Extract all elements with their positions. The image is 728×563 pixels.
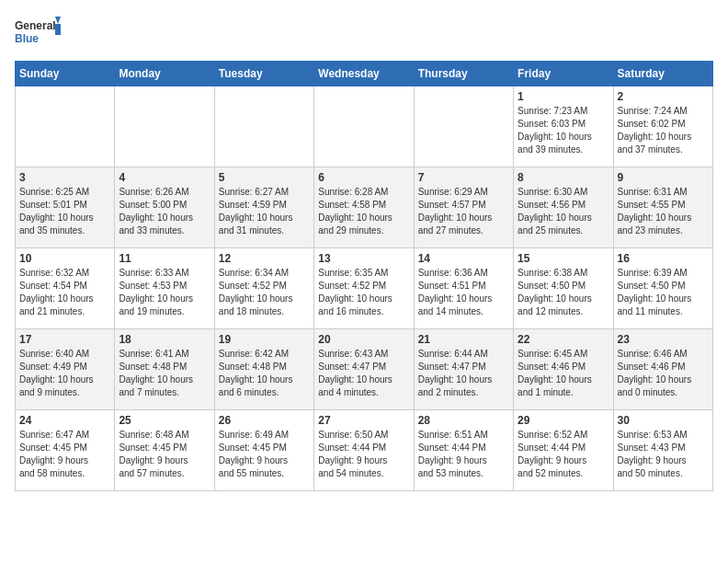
cell-text: Sunrise: 6:44 AM: [418, 348, 509, 361]
day-number: 28: [418, 414, 509, 427]
day-number: 9: [618, 171, 709, 184]
cell-text: Sunrise: 6:33 AM: [119, 267, 210, 280]
day-number: 26: [219, 414, 310, 427]
cell-text: Sunrise: 6:27 AM: [219, 186, 310, 199]
calendar-cell: [16, 86, 115, 167]
cell-text: Daylight: 10 hours: [418, 373, 509, 386]
cell-text: Sunset: 6:03 PM: [518, 118, 609, 131]
cell-text: Sunrise: 6:35 AM: [318, 267, 409, 280]
calendar-cell: 4Sunrise: 6:26 AMSunset: 5:00 PMDaylight…: [115, 167, 214, 248]
cell-text: Daylight: 9 hours: [618, 454, 709, 467]
cell-text: Sunset: 6:02 PM: [618, 118, 709, 131]
day-number: 2: [618, 90, 709, 103]
calendar-cell: [414, 86, 513, 167]
day-number: 15: [518, 252, 609, 265]
cell-text: Sunset: 4:49 PM: [19, 361, 110, 373]
cell-text: Sunrise: 6:49 AM: [219, 429, 310, 442]
day-number: 30: [618, 414, 709, 427]
cell-text: Sunset: 4:50 PM: [518, 280, 609, 293]
cell-text: Sunset: 4:54 PM: [19, 280, 110, 293]
svg-marker-2: [55, 17, 61, 24]
cell-text: Sunrise: 6:30 AM: [518, 186, 609, 199]
day-header: Sunday: [16, 62, 115, 86]
cell-text: and 58 minutes.: [19, 467, 110, 480]
cell-text: and 9 minutes.: [19, 386, 110, 399]
cell-text: Sunrise: 6:36 AM: [418, 267, 509, 280]
cell-text: Daylight: 10 hours: [418, 212, 509, 224]
cell-text: Sunset: 4:59 PM: [219, 199, 310, 212]
cell-text: and 35 minutes.: [19, 224, 110, 237]
day-number: 16: [618, 252, 709, 265]
calendar-cell: 5Sunrise: 6:27 AMSunset: 4:59 PMDaylight…: [214, 167, 313, 248]
calendar-cell: 28Sunrise: 6:51 AMSunset: 4:44 PMDayligh…: [414, 410, 513, 491]
day-number: 1: [518, 90, 609, 103]
cell-text: Sunset: 4:44 PM: [518, 442, 609, 454]
calendar-cell: 16Sunrise: 6:39 AMSunset: 4:50 PMDayligh…: [613, 248, 712, 329]
cell-text: Sunrise: 6:26 AM: [119, 186, 210, 199]
cell-text: and 14 minutes.: [418, 305, 509, 318]
header-row: SundayMondayTuesdayWednesdayThursdayFrid…: [16, 62, 713, 86]
cell-text: Daylight: 10 hours: [318, 293, 409, 305]
cell-text: Daylight: 10 hours: [119, 212, 210, 224]
day-number: 5: [219, 171, 310, 184]
calendar-cell: 23Sunrise: 6:46 AMSunset: 4:46 PMDayligh…: [613, 329, 712, 410]
calendar-cell: 12Sunrise: 6:34 AMSunset: 4:52 PMDayligh…: [214, 248, 313, 329]
calendar-week-row: 3Sunrise: 6:25 AMSunset: 5:01 PMDaylight…: [16, 167, 713, 248]
cell-text: and 18 minutes.: [219, 305, 310, 318]
cell-text: Daylight: 10 hours: [618, 293, 709, 305]
cell-text: Sunset: 4:45 PM: [119, 442, 210, 454]
cell-text: Daylight: 10 hours: [19, 212, 110, 224]
calendar-week-row: 1Sunrise: 7:23 AMSunset: 6:03 PMDaylight…: [16, 86, 713, 167]
logo: General Blue: [15, 15, 61, 52]
cell-text: and 4 minutes.: [318, 386, 409, 399]
cell-text: and 1 minute.: [518, 386, 609, 399]
cell-text: Daylight: 10 hours: [318, 373, 409, 386]
cell-text: Daylight: 9 hours: [418, 454, 509, 467]
cell-text: Sunrise: 6:51 AM: [418, 429, 509, 442]
cell-text: Sunrise: 6:25 AM: [19, 186, 110, 199]
cell-text: Daylight: 10 hours: [518, 293, 609, 305]
cell-text: Sunrise: 6:42 AM: [219, 348, 310, 361]
calendar-cell: 25Sunrise: 6:48 AMSunset: 4:45 PMDayligh…: [115, 410, 214, 491]
day-number: 22: [518, 333, 609, 346]
cell-text: Sunset: 4:56 PM: [518, 199, 609, 212]
calendar-cell: 22Sunrise: 6:45 AMSunset: 4:46 PMDayligh…: [514, 329, 613, 410]
cell-text: Sunset: 4:44 PM: [418, 442, 509, 454]
cell-text: Sunset: 4:47 PM: [318, 361, 409, 373]
day-number: 25: [119, 414, 210, 427]
calendar-cell: 26Sunrise: 6:49 AMSunset: 4:45 PMDayligh…: [214, 410, 313, 491]
day-header: Monday: [115, 62, 214, 86]
cell-text: Daylight: 9 hours: [318, 454, 409, 467]
day-number: 14: [418, 252, 509, 265]
cell-text: Daylight: 10 hours: [119, 373, 210, 386]
cell-text: Sunset: 4:45 PM: [219, 442, 310, 454]
cell-text: and 16 minutes.: [318, 305, 409, 318]
cell-text: Sunset: 4:48 PM: [119, 361, 210, 373]
logo-svg: General Blue: [15, 15, 61, 52]
calendar-cell: 29Sunrise: 6:52 AMSunset: 4:44 PMDayligh…: [514, 410, 613, 491]
cell-text: Sunrise: 6:47 AM: [19, 429, 110, 442]
day-number: 7: [418, 171, 509, 184]
cell-text: Sunset: 4:50 PM: [618, 280, 709, 293]
cell-text: Sunrise: 6:52 AM: [518, 429, 609, 442]
cell-text: Daylight: 10 hours: [618, 212, 709, 224]
cell-text: Sunset: 4:45 PM: [19, 442, 110, 454]
cell-text: Sunset: 4:48 PM: [219, 361, 310, 373]
calendar-cell: 14Sunrise: 6:36 AMSunset: 4:51 PMDayligh…: [414, 248, 513, 329]
calendar-cell: [314, 86, 414, 167]
day-number: 19: [219, 333, 310, 346]
cell-text: Sunrise: 6:43 AM: [318, 348, 409, 361]
cell-text: and 6 minutes.: [219, 386, 310, 399]
calendar-cell: 1Sunrise: 7:23 AMSunset: 6:03 PMDaylight…: [514, 86, 613, 167]
cell-text: Daylight: 10 hours: [219, 212, 310, 224]
day-number: 18: [119, 333, 210, 346]
cell-text: and 7 minutes.: [119, 386, 210, 399]
cell-text: and 53 minutes.: [418, 467, 509, 480]
cell-text: Sunrise: 6:29 AM: [418, 186, 509, 199]
day-number: 23: [618, 333, 709, 346]
calendar-cell: 8Sunrise: 6:30 AMSunset: 4:56 PMDaylight…: [514, 167, 613, 248]
cell-text: Daylight: 10 hours: [219, 373, 310, 386]
cell-text: Daylight: 10 hours: [19, 293, 110, 305]
cell-text: Sunrise: 6:31 AM: [618, 186, 709, 199]
cell-text: and 52 minutes.: [518, 467, 609, 480]
